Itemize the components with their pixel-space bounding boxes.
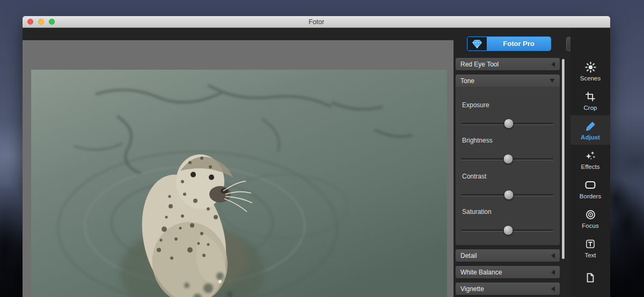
section-detail[interactable]: Detail [456, 249, 560, 262]
section-label: Tone [460, 77, 550, 85]
exposure-label: Exposure [462, 101, 489, 109]
collapse-arrow-icon [551, 270, 555, 275]
fotor-window: Fotor [23, 16, 610, 297]
toolbar-item-label: Scenes [580, 75, 601, 81]
panel-scrollbar[interactable] [562, 59, 565, 259]
sun-icon [585, 61, 596, 73]
section-white-balance[interactable]: White Balance [456, 266, 560, 278]
toolbar-item-focus[interactable]: Focus [570, 204, 610, 233]
section-tone[interactable]: Tone [456, 75, 560, 87]
toolbar-item-document[interactable] [570, 263, 610, 292]
contrast-label: Contrast [462, 173, 486, 180]
toolbar-item-adjust[interactable]: Adjust [570, 115, 610, 145]
toolbar-item-label: Text [584, 252, 596, 258]
close-button[interactable] [27, 19, 33, 25]
brightness-label: Brightness [462, 137, 493, 144]
fotor-pro-button[interactable]: Fotor Pro [467, 36, 551, 51]
saturation-slider[interactable] [461, 225, 553, 235]
toolbar-item-effects[interactable]: Effects [570, 145, 610, 174]
tool-rail: Scenes Crop [570, 28, 610, 297]
toolbar-item-label: Focus [582, 222, 598, 229]
collapse-arrow-icon [551, 286, 555, 292]
document-icon [585, 271, 596, 284]
section-label: Red Eye Tool [460, 61, 551, 68]
toolbar-item-label: Effects [581, 164, 600, 170]
toolbar-item-crop[interactable]: Crop [570, 86, 610, 115]
toolbar-item-text[interactable]: Text [570, 233, 610, 263]
focus-target-icon [585, 208, 596, 221]
saturation-label: Saturation [462, 208, 492, 216]
crop-icon [585, 90, 596, 103]
collapse-arrow-icon [551, 253, 555, 258]
adjust-panel: Red Eye Tool Tone Exposure Brigh [456, 58, 560, 297]
sparkles-icon [584, 149, 596, 162]
pencil-icon [585, 120, 596, 132]
minimize-button[interactable] [38, 19, 44, 25]
tone-sliders: Exposure Brightness Contrast [456, 87, 560, 245]
section-label: Vignette [460, 285, 551, 293]
editor-canvas [23, 40, 453, 297]
slider-thumb[interactable] [504, 190, 514, 200]
seal-photo-illustration [31, 70, 447, 297]
expand-arrow-icon [550, 79, 555, 83]
collapse-arrow-icon [551, 62, 555, 67]
brightness-slider[interactable] [461, 154, 553, 164]
exposure-slider[interactable] [461, 118, 553, 129]
desktop: Fotor [0, 0, 644, 297]
section-label: Detail [460, 252, 551, 259]
section-label: White Balance [460, 269, 551, 276]
window-titlebar[interactable]: Fotor [23, 16, 610, 28]
toolbar-item-scenes[interactable]: Scenes [570, 56, 610, 86]
toolbar-item-label: Adjust [581, 134, 600, 140]
fotor-pro-label: Fotor Pro [487, 37, 551, 50]
text-icon [585, 237, 596, 250]
window-body: Fotor Pro Home Red Eye Tool [23, 28, 610, 297]
toolbar-item-label: Borders [580, 193, 601, 199]
window-title: Fotor [23, 18, 610, 26]
border-frame-icon [584, 179, 596, 191]
toolbar-item-label: Crop [584, 105, 597, 111]
slider-thumb[interactable] [503, 225, 513, 235]
slider-thumb[interactable] [503, 154, 513, 164]
contrast-slider[interactable] [461, 190, 553, 200]
zoom-button[interactable] [49, 19, 55, 25]
photo-seal-in-water[interactable] [31, 70, 447, 297]
slider-thumb[interactable] [504, 118, 514, 129]
toolbar-item-borders[interactable]: Borders [570, 174, 610, 204]
diamond-icon [467, 37, 487, 50]
section-tone-block: Tone Exposure Brightness [456, 75, 560, 245]
section-vignette[interactable]: Vignette [456, 283, 560, 295]
section-red-eye-tool[interactable]: Red Eye Tool [456, 58, 560, 70]
